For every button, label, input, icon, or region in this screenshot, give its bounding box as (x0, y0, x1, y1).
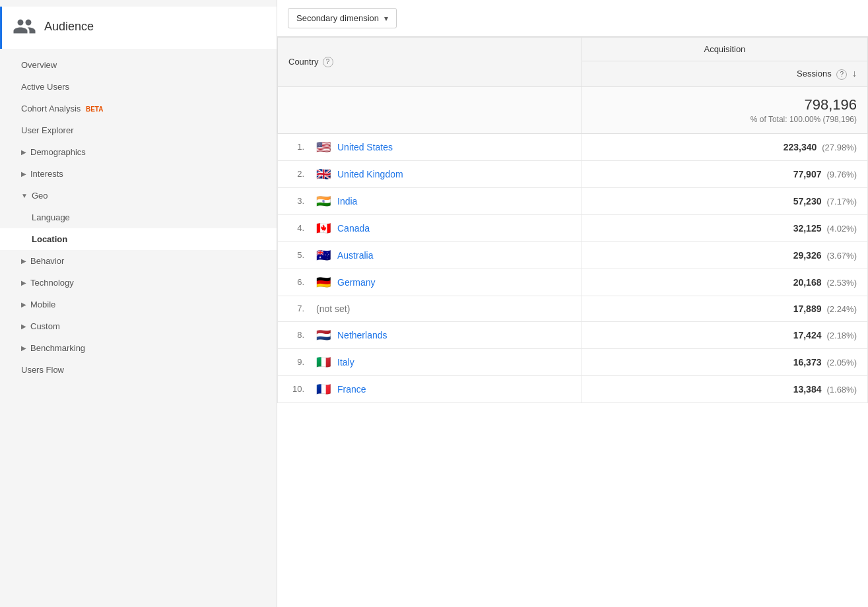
country-cell: 8.🇳🇱Netherlands (278, 321, 582, 348)
sessions-cell: 13,384(1.68%) (582, 375, 867, 402)
flag-icon: 🇳🇱 (316, 329, 331, 341)
country-link[interactable]: Germany (337, 277, 376, 288)
sessions-cell: 223,340(27.98%) (582, 133, 867, 160)
country-cell: 5.🇦🇺Australia (278, 241, 582, 269)
sessions-value: 13,384 (793, 384, 822, 395)
sidebar-item-geo[interactable]: ▼ Geo (0, 185, 277, 207)
table-row: 7.(not set)17,889(2.24%) (278, 296, 868, 321)
country-cell: 1.🇺🇸United States (278, 133, 582, 160)
sidebar-item-users-flow[interactable]: Users Flow (0, 359, 277, 381)
country-link[interactable]: Australia (337, 250, 373, 261)
sessions-value: 17,424 (793, 330, 822, 340)
flag-icon: 🇨🇦 (316, 222, 331, 234)
sidebar-item-custom[interactable]: ▶ Custom (0, 315, 277, 337)
country-cell: 2.🇬🇧United Kingdom (278, 160, 582, 187)
sessions-value: 17,889 (793, 304, 822, 314)
arrow-icon: ▶ (21, 344, 26, 352)
sessions-value: 77,907 (793, 169, 822, 179)
table-row: 2.🇬🇧United Kingdom77,907(9.76%) (278, 160, 868, 187)
country-cell: 10.🇫🇷France (278, 375, 582, 402)
sessions-pct: (3.67%) (826, 251, 857, 261)
sessions-cell: 16,373(2.05%) (582, 348, 867, 375)
sessions-cell: 77,907(9.76%) (582, 160, 867, 187)
country-link[interactable]: Italy (337, 357, 354, 367)
sessions-help-icon[interactable]: ? (836, 69, 847, 80)
data-table-container: Country ? Acquisition Sessions ? ↓ (277, 37, 868, 607)
total-label-cell (278, 86, 582, 133)
row-rank: 10. (288, 384, 304, 394)
th-country-label: Country (288, 57, 319, 67)
secondary-dimension-button[interactable]: Secondary dimension ▾ (288, 8, 397, 28)
sidebar-item-user-explorer[interactable]: User Explorer (0, 119, 277, 141)
sidebar-item-benchmarking[interactable]: ▶ Benchmarking (0, 337, 277, 359)
sessions-pct: (7.17%) (826, 197, 857, 207)
country-cell: 3.🇮🇳India (278, 187, 582, 214)
arrow-icon: ▶ (21, 170, 26, 177)
sidebar-item-technology[interactable]: ▶ Technology (0, 272, 277, 294)
flag-icon: 🇮🇹 (316, 356, 331, 368)
row-rank: 6. (288, 277, 304, 287)
row-rank: 3. (288, 196, 304, 206)
sidebar-item-language[interactable]: Language (0, 207, 277, 228)
sessions-pct: (2.18%) (826, 331, 857, 340)
country-cell: 4.🇨🇦Canada (278, 214, 582, 241)
table-row: 5.🇦🇺Australia29,326(3.67%) (278, 241, 868, 269)
country-link[interactable]: France (337, 384, 366, 395)
total-sessions-cell: 798,196 % of Total: 100.00% (798,196) (582, 86, 867, 133)
sidebar-item-location[interactable]: Location (0, 228, 277, 250)
sessions-value: 16,373 (793, 357, 822, 367)
sort-arrow-icon[interactable]: ↓ (852, 68, 857, 79)
sidebar-item-behavior[interactable]: ▶ Behavior (0, 250, 277, 272)
total-sessions-value: 798,196 (593, 96, 857, 113)
country-link[interactable]: United States (337, 142, 393, 152)
sidebar-title: Audience (44, 20, 94, 34)
sessions-pct: (9.76%) (826, 170, 857, 179)
row-rank: 1. (288, 142, 304, 152)
country-link[interactable]: Netherlands (337, 330, 387, 340)
flag-icon: 🇬🇧 (316, 168, 331, 180)
country-help-icon[interactable]: ? (323, 57, 333, 67)
sessions-pct: (2.53%) (826, 278, 857, 288)
sessions-value: 20,168 (793, 277, 822, 288)
table-row: 4.🇨🇦Canada32,125(4.02%) (278, 214, 868, 241)
row-rank: 7. (288, 304, 304, 313)
table-row: 9.🇮🇹Italy16,373(2.05%) (278, 348, 868, 375)
chevron-down-icon: ▾ (384, 14, 388, 23)
sessions-cell: 20,168(2.53%) (582, 269, 867, 296)
country-name: (not set) (316, 304, 350, 314)
table-total-row: 798,196 % of Total: 100.00% (798,196) (278, 86, 868, 133)
table-row: 8.🇳🇱Netherlands17,424(2.18%) (278, 321, 868, 348)
arrow-icon: ▶ (21, 323, 26, 330)
arrow-icon: ▶ (21, 279, 26, 286)
table-row: 3.🇮🇳India57,230(7.17%) (278, 187, 868, 214)
arrow-icon: ▶ (21, 148, 26, 156)
beta-badge: BETA (86, 106, 103, 113)
country-link[interactable]: Canada (337, 223, 370, 234)
table-row: 10.🇫🇷France13,384(1.68%) (278, 375, 868, 402)
row-rank: 9. (288, 357, 304, 367)
main-content: Secondary dimension ▾ Country ? (277, 0, 868, 607)
sessions-cell: 17,889(2.24%) (582, 296, 867, 321)
country-cell: 9.🇮🇹Italy (278, 348, 582, 375)
sidebar-item-demographics[interactable]: ▶ Demographics (0, 141, 277, 163)
sidebar: Audience Overview Active Users Cohort An… (0, 0, 277, 607)
sessions-cell: 32,125(4.02%) (582, 214, 867, 241)
sidebar-item-overview[interactable]: Overview (0, 54, 277, 76)
row-rank: 5. (288, 250, 304, 260)
total-pct-label: % of Total: 100.00% (798,196) (593, 115, 857, 124)
flag-icon: 🇮🇳 (316, 195, 331, 207)
th-sessions: Sessions ? ↓ (582, 61, 867, 87)
sidebar-item-cohort-analysis[interactable]: Cohort Analysis BETA (0, 98, 277, 119)
sidebar-item-mobile[interactable]: ▶ Mobile (0, 294, 277, 315)
sidebar-item-active-users[interactable]: Active Users (0, 76, 277, 98)
arrow-expanded-icon: ▼ (21, 192, 28, 199)
th-acquisition: Acquisition (582, 38, 867, 61)
sessions-pct: (4.02%) (826, 224, 857, 234)
arrow-icon: ▶ (21, 301, 26, 308)
sidebar-item-interests[interactable]: ▶ Interests (0, 163, 277, 185)
sessions-value: 223,340 (784, 142, 817, 152)
sessions-pct: (2.05%) (826, 358, 857, 367)
country-link[interactable]: India (337, 196, 357, 207)
country-link[interactable]: United Kingdom (337, 169, 403, 179)
country-cell: 7.(not set) (278, 296, 582, 321)
